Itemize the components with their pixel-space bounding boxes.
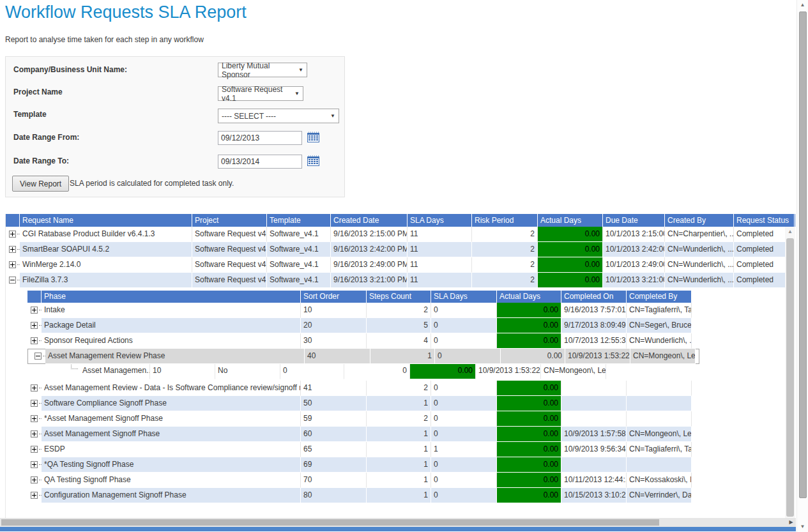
request-row: CGI Ratabase Product Builder v6.4.1.3 So… <box>6 227 795 242</box>
company-select[interactable]: Liberty Mutual Sponsor ▼ <box>218 63 307 77</box>
expand-icon[interactable] <box>31 461 38 468</box>
sla-days-cell: 0 <box>431 488 497 503</box>
sla-days-cell: 0 <box>431 396 497 411</box>
actual-days-cell: 0.00 <box>497 457 561 473</box>
table-vertical-scrollbar[interactable]: ▲ <box>785 227 795 518</box>
sort-order-cell: 40 <box>305 349 370 364</box>
sla-days-cell: 11 <box>408 242 472 257</box>
completed-on-cell: 10/9/2013 1:53:22 ... <box>565 349 630 364</box>
expander-cell <box>6 242 20 257</box>
request-name-cell: FileZilla 3.7.3 <box>20 273 192 288</box>
template-cell: Software_v4.1 <box>267 227 331 242</box>
created-date-cell: 9/16/2013 3:21:00 PM <box>331 273 408 288</box>
scroll-down-arrow-icon[interactable]: ▼ <box>797 522 808 532</box>
view-report-button[interactable]: View Report <box>12 176 69 192</box>
sort-order-cell: 70 <box>301 473 367 488</box>
actual-days-cell: 0.00 <box>538 227 603 242</box>
expand-icon[interactable] <box>31 446 38 453</box>
scrollbar-thumb[interactable] <box>1 519 659 526</box>
expander-cell <box>6 273 20 288</box>
sla-days-cell: 0 <box>431 381 497 396</box>
collapse-icon[interactable] <box>34 353 42 360</box>
template-select[interactable]: ---- SELECT ---- ▼ <box>218 109 339 123</box>
date-from-input[interactable] <box>218 131 302 145</box>
expander-cell <box>27 427 42 442</box>
expand-icon[interactable] <box>31 400 38 407</box>
expander-cell <box>27 396 42 411</box>
expand-icon[interactable] <box>31 384 38 391</box>
steps-count-cell: 1 <box>367 473 431 488</box>
expander-cell <box>6 257 20 273</box>
actual-days-cell: 0.00 <box>410 363 476 379</box>
phase-name-cell: Sponsor Required Actions <box>42 333 301 349</box>
actual-days-cell: 0.00 <box>538 242 603 257</box>
col-sla-days: SLA Days <box>408 214 472 227</box>
completed-by-cell: CN=Mongeon\, Le... <box>627 427 692 442</box>
phase-row: Software Compliance Signoff Phase 50 1 0… <box>27 396 692 411</box>
phase-row-selected-expanded: Asset Management Review Phase 40 1 0 0.0… <box>27 349 699 364</box>
completed-by-cell: CN=Wunderlich\, ... <box>627 333 692 349</box>
actual-days-cell: 0.00 <box>497 488 561 503</box>
expander-header-cell <box>6 214 20 227</box>
expander-cell <box>66 363 80 379</box>
project-select[interactable]: Software Request v4.1 ▼ <box>218 86 303 101</box>
expander-cell <box>27 473 42 488</box>
actual-days-cell: 0.00 <box>538 257 603 273</box>
expand-icon[interactable] <box>9 246 16 253</box>
scrollbar-thumb[interactable] <box>786 238 794 517</box>
phase-row: Package Detail 20 5 0 0.00 9/17/2013 8:0… <box>27 318 692 333</box>
created-by-cell: CN=Charpentier\, ... <box>665 227 734 242</box>
completed-on-cell <box>561 411 627 427</box>
phase-row: Sponsor Required Actions 30 4 0 0.00 10/… <box>27 333 692 349</box>
steps-count-cell: 1 <box>367 427 431 442</box>
steps-count-cell: 1 <box>370 349 435 364</box>
request-row: WinMerge 2.14.0 Software Request v4.1 So… <box>6 257 795 273</box>
phase-table: Phase Sort Order Steps Count SLA Days Ac… <box>27 291 692 503</box>
sla-days-cell: 0 <box>431 411 497 427</box>
expander-cell <box>27 411 42 427</box>
phase-row: Asset Management Review - Data - Is Soft… <box>27 381 692 396</box>
actual-days-cell: 0.00 <box>538 273 603 288</box>
steps-count-cell: 5 <box>367 318 431 333</box>
expand-icon[interactable] <box>31 337 38 344</box>
actual-days-cell: 0.00 <box>497 427 561 442</box>
expander-cell <box>27 303 42 318</box>
steps-count-cell: 1 <box>367 442 431 457</box>
col-request-name: Request Name <box>20 214 192 227</box>
completed-on-cell: 10/15/2013 3:10:2... <box>561 488 627 503</box>
template-cell: Software_v4.1 <box>267 242 331 257</box>
col-template: Template <box>267 214 331 227</box>
project-cell: Software Request v4.1 <box>192 227 267 242</box>
expand-icon[interactable] <box>9 231 16 238</box>
expand-icon[interactable] <box>9 261 16 268</box>
scroll-right-arrow-icon[interactable]: ▶ <box>787 518 795 527</box>
steps-count-cell: 2 <box>367 411 431 427</box>
project-label: Project Name <box>13 87 63 96</box>
collapse-icon[interactable] <box>9 277 16 284</box>
completed-by-cell: CN=Seger\, Bruce,... <box>627 318 692 333</box>
col-phase: Phase <box>42 291 301 303</box>
expand-icon[interactable] <box>31 476 38 483</box>
sort-order-cell: 10 <box>150 363 215 379</box>
date-to-label: Date Range To: <box>13 156 69 165</box>
scroll-up-arrow-icon[interactable]: ▲ <box>785 227 795 237</box>
sort-order-cell: 65 <box>301 442 367 457</box>
date-to-input[interactable] <box>218 155 302 169</box>
expand-icon[interactable] <box>31 430 38 437</box>
scroll-up-arrow-icon[interactable]: ▲ <box>797 0 808 10</box>
calendar-icon[interactable] <box>307 155 319 167</box>
expand-icon[interactable] <box>31 415 38 422</box>
expander-cell <box>27 442 42 457</box>
calendar-icon[interactable] <box>307 132 319 143</box>
sla-days-cell: 0 <box>280 363 344 379</box>
expand-icon[interactable] <box>31 307 38 314</box>
steps-count-cell: 1 <box>367 457 431 473</box>
completed-by-cell: CN=Tagliaferri\, Ta... <box>627 442 692 457</box>
col-created-by: Created By <box>665 214 734 227</box>
expand-icon[interactable] <box>31 322 38 329</box>
scrollbar-thumb[interactable] <box>799 11 807 498</box>
page-vertical-scrollbar[interactable]: ▲ ▼ <box>797 0 808 532</box>
bottom-border-strip <box>0 527 796 531</box>
expand-icon[interactable] <box>31 492 38 499</box>
horizontal-scrollbar[interactable]: ▶ <box>0 518 796 527</box>
